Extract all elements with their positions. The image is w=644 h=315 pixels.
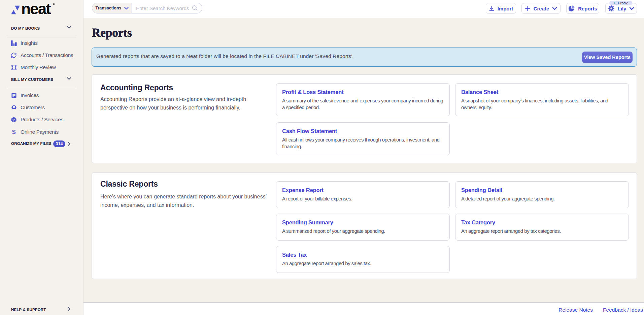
svg-text:neat: neat xyxy=(21,0,51,16)
svg-text:$: $ xyxy=(12,129,16,135)
